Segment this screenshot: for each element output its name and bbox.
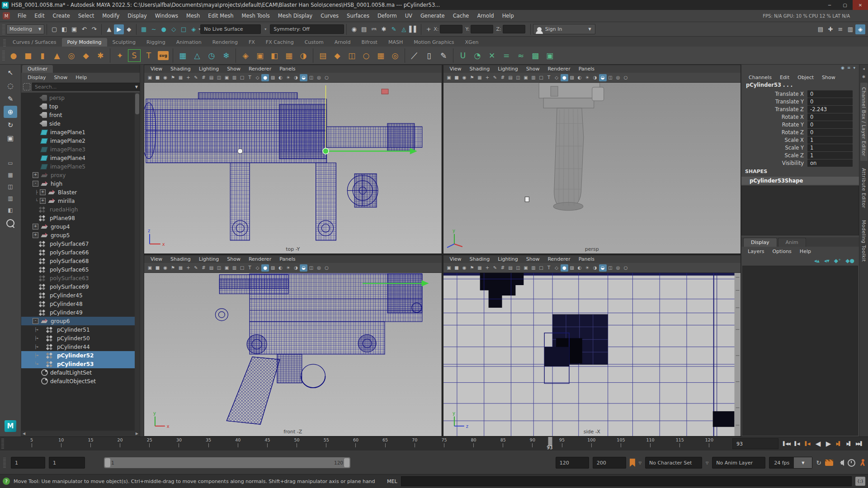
menu-item[interactable]: Help — [498, 11, 518, 21]
outliner-menu-item[interactable]: Help — [72, 74, 90, 81]
y-input[interactable] — [471, 25, 493, 33]
isolate-select-icon[interactable]: ◎ — [614, 264, 622, 272]
outliner-row[interactable]: + group4 — [21, 222, 140, 231]
expand-toggle[interactable] — [33, 284, 38, 289]
conform-icon[interactable]: ◧ — [267, 48, 282, 63]
expand-toggle[interactable] — [33, 95, 38, 100]
expand-toggle[interactable] — [33, 276, 38, 281]
safe-action-icon[interactable]: □ — [238, 264, 246, 272]
play-backwards-button[interactable]: ◀ — [812, 440, 823, 448]
uv-auto-projection-icon[interactable]: ◔ — [470, 48, 485, 63]
shelf-icons-grip[interactable] — [2, 51, 5, 61]
scale-tool[interactable]: ▣ — [4, 132, 17, 144]
outliner-tab[interactable]: Outliner — [22, 65, 53, 73]
snap-to-points-icon[interactable]: ● — [159, 24, 169, 34]
two-d-pan-zoom-icon[interactable]: + — [484, 74, 491, 81]
viewport-menu-item[interactable]: Renderer — [245, 66, 275, 72]
select-camera-icon[interactable]: ▣ — [146, 264, 154, 272]
symmetry-field[interactable]: Symmetry: Off — [270, 24, 344, 34]
viewport-front-canvas[interactable]: yx front -Z — [144, 273, 442, 436]
occlusion-icon[interactable]: ◒ — [300, 264, 307, 272]
shelf-tab[interactable]: Rendering — [207, 38, 243, 47]
channel-label[interactable]: Scale Z — [741, 152, 807, 159]
expand-toggle[interactable] — [33, 147, 38, 152]
menu-item[interactable]: Select — [74, 11, 98, 21]
viewport-menu-item[interactable]: Panels — [276, 66, 299, 72]
menu-item[interactable]: Deform — [373, 11, 401, 21]
minimize-button[interactable]: ─ — [822, 0, 837, 10]
move-tool[interactable]: ⊕ — [4, 106, 17, 118]
status-grip[interactable] — [2, 24, 5, 34]
go-to-end-button[interactable]: ▶▶▌ — [854, 441, 864, 446]
input-field-selector-icon[interactable]: + — [424, 24, 434, 34]
shelf-tab[interactable]: MASH — [383, 38, 408, 47]
poly-torus-icon[interactable]: ◎ — [64, 48, 79, 63]
viewport-menu-item[interactable]: Shading — [167, 256, 194, 263]
shelf-tab[interactable]: Rigging — [141, 38, 171, 47]
save-scene-icon[interactable]: ▣ — [69, 24, 79, 34]
uv-unfold-icon[interactable]: ≈ — [514, 48, 528, 63]
sweep-mesh-icon[interactable]: S — [127, 48, 142, 63]
occlusion-icon[interactable]: ◒ — [599, 74, 607, 81]
exposure-icon[interactable]: ○ — [622, 264, 630, 272]
camera-attributes-icon[interactable]: ◉ — [161, 74, 169, 81]
mirror-icon[interactable]: ◑ — [296, 48, 311, 63]
panel-menu-icon[interactable]: ▾ — [853, 66, 855, 73]
scroll-right-icon[interactable]: ▶ — [136, 432, 138, 436]
expand-toggle[interactable]: + — [40, 198, 46, 204]
shadows-icon[interactable]: ◑ — [591, 74, 599, 81]
uv-layout-icon[interactable]: ▩ — [528, 48, 542, 63]
channel-label[interactable]: Rotate Z — [741, 129, 807, 136]
menu-item[interactable]: UV — [401, 11, 416, 21]
expand-toggle[interactable] — [33, 113, 38, 117]
select-hierarchy-icon[interactable]: ▲ — [104, 24, 114, 34]
poly-cube-icon[interactable]: ■ — [21, 48, 35, 63]
gate-mask-icon[interactable]: ▣ — [223, 264, 231, 272]
expand-toggle[interactable] — [33, 258, 38, 263]
layer-editor-menu-item[interactable]: Layers — [744, 248, 768, 255]
use-default-material-icon[interactable]: ◐ — [576, 74, 584, 81]
channel-value-field[interactable]: 1 — [807, 144, 853, 151]
sound-mute-icon[interactable] — [837, 460, 844, 466]
shelf-tab[interactable]: Sculpting — [107, 38, 141, 47]
separate-icon[interactable]: ▣ — [253, 48, 267, 63]
expand-toggle[interactable] — [33, 370, 38, 375]
render-settings-icon[interactable]: ✱ — [379, 24, 389, 34]
outliner-row[interactable]: polySurface68 — [21, 257, 140, 265]
channel-value-field[interactable]: on — [807, 160, 853, 167]
lighting-icon[interactable]: ☀ — [584, 264, 591, 272]
expand-toggle[interactable] — [33, 379, 38, 384]
bookmark-icon[interactable]: ⚑ — [169, 264, 177, 272]
outliner-row[interactable]: └• pCylinder53 — [21, 360, 140, 368]
filter-icon[interactable] — [23, 83, 30, 90]
sign-in-button[interactable]: Sign In ▼ — [533, 24, 595, 34]
outliner-row[interactable]: top — [21, 102, 140, 111]
range-grip[interactable] — [3, 458, 6, 468]
resolution-gate-icon[interactable]: ◫ — [215, 264, 223, 272]
sidebar-tab[interactable]: Channel Box / Layer Editor — [860, 83, 868, 161]
channel-label[interactable]: Translate Z — [741, 106, 807, 113]
expand-toggle[interactable]: - — [33, 318, 38, 324]
menu-item[interactable]: Generate — [416, 11, 449, 21]
range-start-handle[interactable] — [105, 458, 110, 467]
shelf-tab[interactable]: Animation — [171, 38, 207, 47]
menu-item[interactable]: Edit — [30, 11, 48, 21]
resolution-gate-icon[interactable]: ◫ — [215, 74, 223, 81]
snap-to-view-planes-icon[interactable]: □ — [179, 24, 189, 34]
platonic-solid-icon[interactable]: ✦ — [110, 48, 127, 63]
channel-value-field[interactable]: 0 — [807, 90, 853, 98]
image-plane-icon[interactable]: ▦ — [177, 74, 184, 81]
grease-pencil-icon[interactable]: ✎ — [491, 74, 499, 81]
outliner-row[interactable]: ├• pCylinder52 — [21, 351, 140, 360]
wireframe-icon[interactable]: ◇ — [553, 264, 561, 272]
outliner-vertical-scrollbar[interactable] — [135, 93, 140, 431]
shelf-tab[interactable]: Motion Graphics — [408, 38, 459, 47]
pin-icon[interactable]: ◉ — [841, 66, 844, 73]
viewport-menu-item[interactable]: Renderer — [544, 256, 574, 263]
anim-layer-chevron[interactable]: ▽ — [706, 461, 708, 465]
grid-icon[interactable]: # — [499, 264, 507, 272]
time-slider-track[interactable]: 5101520253035404550556065707580859095100… — [8, 437, 727, 450]
lattice-icon[interactable]: ▦ — [373, 48, 388, 63]
channel-box-menu-item[interactable]: Show — [818, 74, 839, 81]
outliner-row[interactable]: imagePlane5 — [21, 162, 140, 171]
